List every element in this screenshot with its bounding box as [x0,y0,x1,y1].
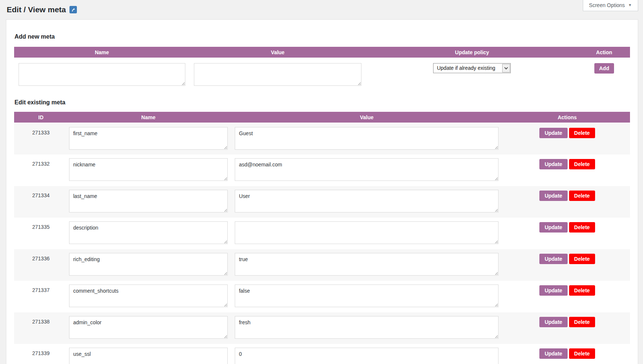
meta-id: 271332 [14,155,68,186]
page-header: Edit / View meta [0,0,643,19]
main-panel: Add new meta Name Value Update policy Ac… [6,19,638,364]
meta-value-textarea[interactable]: asd@noemail.com [235,158,499,181]
add-new-meta-row: Update if already existing Add [14,58,630,91]
chevron-down-icon: ▼ [628,3,632,7]
meta-id: 271334 [14,186,68,218]
existing-table-header-row: ID Name Value Actions [14,112,630,123]
meta-name-textarea[interactable]: nickname [69,158,228,181]
update-button[interactable]: Update [539,222,567,233]
existing-rows: 271333 first_name Guest UpdateDelete 271… [14,123,630,364]
curved-arrow-badge-icon[interactable] [69,6,77,13]
add-column-header-policy: Update policy [366,47,578,58]
add-new-meta-table: Name Value Update policy Action Update i… [14,47,630,91]
update-button[interactable]: Update [539,191,567,201]
update-button[interactable]: Update [539,285,567,296]
meta-value-textarea[interactable]: 0 [235,348,499,364]
meta-value-textarea[interactable]: true [235,253,499,276]
existing-column-header-name: Name [68,112,229,123]
meta-name-textarea[interactable]: comment_shortcuts [69,285,228,307]
select-chevron-icon [502,64,510,72]
update-button[interactable]: Update [539,348,567,359]
page-title-text: Edit / View meta [7,6,66,14]
delete-button[interactable]: Delete [569,348,595,359]
meta-table-row: 271338 admin_color fresh UpdateDelete [14,312,630,344]
add-button[interactable]: Add [594,63,614,74]
delete-button[interactable]: Delete [569,191,595,201]
meta-value-textarea[interactable]: Guest [235,127,499,150]
meta-id: 271335 [14,218,68,249]
meta-table-row: 271337 comment_shortcuts false UpdateDel… [14,281,630,312]
meta-value-textarea[interactable]: false [235,285,499,307]
meta-value-textarea[interactable]: fresh [235,316,499,339]
delete-button[interactable]: Delete [569,285,595,296]
new-meta-name-input[interactable] [19,63,185,86]
meta-table-row: 271339 use_ssl 0 UpdateDelete [14,344,630,364]
delete-button[interactable]: Delete [569,159,595,169]
meta-name-textarea[interactable]: admin_color [69,316,228,339]
update-button[interactable]: Update [539,128,567,138]
meta-id: 271337 [14,281,68,312]
meta-id: 271333 [14,123,68,155]
meta-name-textarea[interactable]: use_ssl [69,348,228,364]
meta-id: 271336 [14,249,68,281]
add-new-meta-heading: Add new meta [14,20,630,40]
delete-button[interactable]: Delete [569,317,595,327]
meta-name-textarea[interactable]: first_name [69,127,228,150]
update-policy-selected-value: Update if already existing [433,64,502,73]
add-table-header-row: Name Value Update policy Action [14,47,630,58]
existing-column-header-actions: Actions [504,112,630,123]
screen-options-label: Screen Options [589,2,625,8]
screen-options-button[interactable]: Screen Options ▼ [583,0,638,11]
meta-table-row: 271332 nickname asd@noemail.com UpdateDe… [14,155,630,186]
existing-column-header-id: ID [14,112,68,123]
edit-existing-meta-heading: Edit existing meta [14,99,630,106]
meta-table-row: 271336 rich_editing true UpdateDelete [14,249,630,281]
add-column-header-value: Value [190,47,366,58]
update-button[interactable]: Update [539,317,567,327]
meta-table-row: 271333 first_name Guest UpdateDelete [14,123,630,155]
meta-name-textarea[interactable]: rich_editing [69,253,228,276]
meta-id: 271338 [14,312,68,344]
update-policy-select[interactable]: Update if already existing [433,63,511,73]
meta-value-textarea[interactable]: User [235,190,499,212]
page-title: Edit / View meta [7,6,643,14]
edit-existing-meta-table: ID Name Value Actions 271333 first_name … [14,112,630,364]
add-column-header-name: Name [14,47,190,58]
delete-button[interactable]: Delete [569,254,595,264]
meta-name-textarea[interactable]: description [69,221,228,244]
new-meta-value-input[interactable] [194,63,361,86]
update-button[interactable]: Update [539,254,567,264]
meta-table-row: 271335 description UpdateDelete [14,218,630,249]
delete-button[interactable]: Delete [569,128,595,138]
existing-column-header-value: Value [229,112,504,123]
meta-table-row: 271334 last_name User UpdateDelete [14,186,630,218]
meta-name-textarea[interactable]: last_name [69,190,228,212]
update-button[interactable]: Update [539,159,567,169]
meta-id: 271339 [14,344,68,364]
meta-value-textarea[interactable] [235,221,499,244]
add-column-header-action: Action [578,47,630,58]
delete-button[interactable]: Delete [569,222,595,233]
